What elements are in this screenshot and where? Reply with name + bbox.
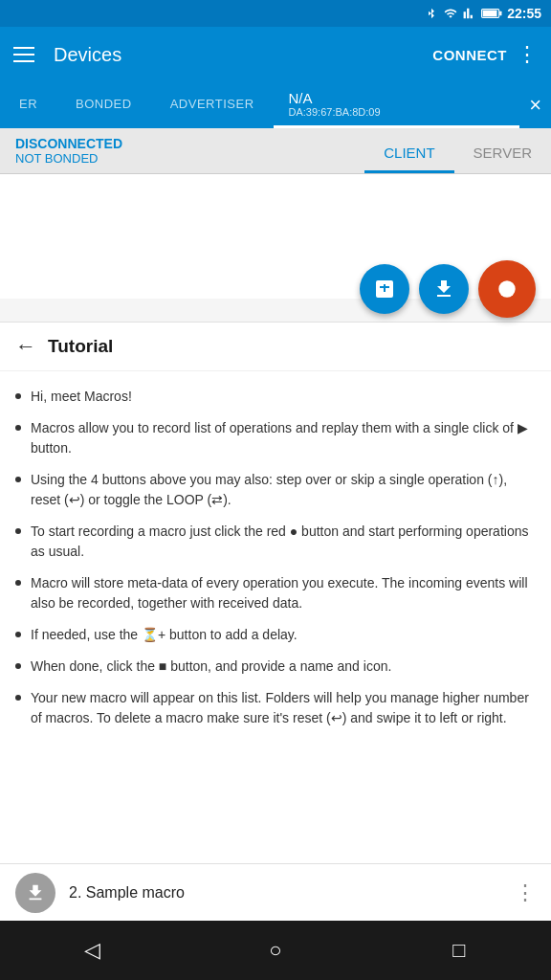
download-icon [432, 278, 455, 301]
battery-icon [481, 8, 502, 19]
connect-button[interactable]: CONNECT [432, 47, 507, 63]
svg-rect-1 [483, 11, 497, 17]
status-icons: 22:55 [425, 6, 541, 21]
svg-point-3 [498, 280, 515, 297]
client-server-tabs: CLIENT SERVER [364, 128, 551, 173]
tutorial-title: Tutorial [48, 336, 536, 357]
list-item: Your new macro will appear on this list.… [15, 682, 536, 734]
bullet-icon [15, 632, 21, 637]
tab-advertiser[interactable]: ADVERTISER [151, 82, 274, 128]
nav-back-button[interactable]: ◁ [63, 931, 121, 969]
record-fab-button[interactable] [478, 260, 536, 318]
app-bar: Devices CONNECT ⋮ [0, 27, 551, 82]
disconnected-label: DISCONNECTED [15, 136, 349, 151]
tab-er[interactable]: ER [0, 82, 56, 128]
back-button[interactable]: ← [15, 334, 36, 359]
tutorial-sheet: ← Tutorial Hi, meet Macros! Macros allow… [0, 322, 551, 921]
bullet-icon [15, 528, 21, 534]
record-icon [495, 277, 519, 301]
list-item: Using the 4 buttons above you may also: … [15, 464, 536, 516]
status-time: 22:55 [507, 6, 541, 21]
macro-label: 2. Sample macro [69, 884, 501, 902]
bullet-icon [15, 663, 21, 669]
menu-button[interactable] [13, 47, 34, 62]
tutorial-list: Hi, meet Macros! Macros allow you to rec… [15, 381, 536, 734]
fab-buttons [360, 260, 536, 318]
tab-na-subtitle: DA:39:67:BA:8D:09 [289, 106, 381, 118]
wifi-icon [443, 7, 458, 20]
app-bar-title: Devices [54, 44, 432, 66]
tab-na-title: N/A [289, 90, 313, 106]
tab-client[interactable]: CLIENT [364, 135, 453, 173]
bullet-icon [15, 695, 21, 701]
device-status-row: DISCONNECTED NOT BONDED CLIENT SERVER [0, 128, 551, 174]
macro-more-button[interactable]: ⋮ [515, 880, 536, 905]
bullet-icon [15, 393, 21, 399]
nav-home-button[interactable]: ○ [247, 931, 304, 969]
macro-icon [15, 873, 55, 913]
not-bonded-label: NOT BONDED [15, 151, 349, 166]
status-bar: 22:55 [0, 0, 551, 27]
svg-rect-2 [499, 11, 501, 15]
list-item: If needed, use the ⏳+ button to add a de… [15, 619, 536, 651]
add-icon [373, 278, 396, 301]
macro-row[interactable]: 2. Sample macro ⋮ [0, 863, 551, 921]
tab-server[interactable]: SERVER [454, 135, 551, 173]
tab-bonded[interactable]: BONDED [56, 82, 151, 128]
tutorial-header: ← Tutorial [0, 323, 551, 371]
list-item: Hi, meet Macros! [15, 381, 536, 412]
signal-icon [463, 7, 476, 20]
list-item: When done, click the ■ button, and provi… [15, 651, 536, 682]
device-status-info: DISCONNECTED NOT BONDED [0, 128, 364, 173]
nav-recents-button[interactable]: □ [430, 931, 488, 969]
tutorial-content: Hi, meet Macros! Macros allow you to rec… [0, 371, 551, 916]
tab-bar: ER BONDED ADVERTISER N/A DA:39:67:BA:8D:… [0, 82, 551, 128]
list-item: To start recording a macro just click th… [15, 516, 536, 568]
tab-na[interactable]: N/A DA:39:67:BA:8D:09 [274, 82, 520, 128]
more-options-icon[interactable]: ⋮ [517, 44, 538, 65]
macro-download-icon [25, 882, 46, 903]
tab-close-button[interactable]: × [519, 82, 551, 128]
bullet-icon [15, 477, 21, 482]
bluetooth-icon [425, 7, 438, 20]
bullet-icon [15, 425, 21, 431]
list-item: Macros allow you to record list of opera… [15, 412, 536, 464]
add-fab-button[interactable] [360, 264, 409, 314]
list-item: Macro will store meta-data of every oper… [15, 568, 536, 619]
bullet-icon [15, 580, 21, 586]
download-fab-button[interactable] [419, 264, 469, 314]
nav-bar: ◁ ○ □ [0, 921, 551, 980]
